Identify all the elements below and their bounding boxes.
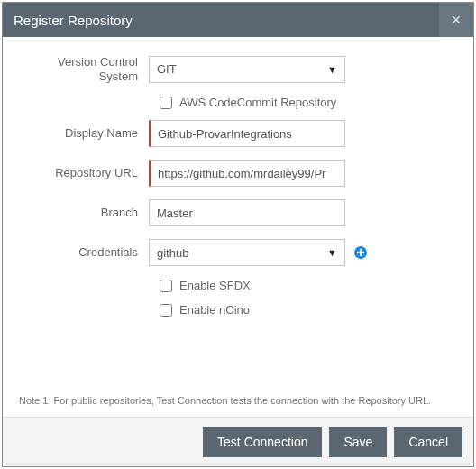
ncino-checkbox[interactable]	[160, 304, 172, 317]
note-text: Note 1: For public repositories, Test Co…	[3, 395, 473, 417]
credentials-value: github	[157, 246, 188, 260]
close-icon: ×	[452, 11, 462, 30]
dialog-footer: Test Connection Save Cancel	[3, 417, 473, 466]
branch-label: Branch	[23, 206, 149, 220]
close-button[interactable]: ×	[439, 3, 473, 37]
sfdx-label: Enable SFDX	[179, 279, 251, 292]
test-connection-button[interactable]: Test Connection	[203, 427, 322, 457]
plus-circle-icon	[353, 245, 368, 260]
branch-input[interactable]	[149, 199, 345, 226]
ncino-label: Enable nCino	[179, 303, 250, 317]
aws-checkbox[interactable]	[160, 97, 172, 109]
cancel-button[interactable]: Cancel	[394, 427, 462, 457]
vcs-select[interactable]: GIT ▼	[149, 56, 345, 83]
register-repository-dialog: Register Repository × Version Control Sy…	[2, 2, 474, 467]
svg-rect-2	[357, 252, 364, 253]
credentials-label: Credentials	[23, 245, 149, 260]
form-area: Version Control System GIT ▼ AWS CodeCom…	[3, 37, 473, 395]
aws-label: AWS CodeCommit Repository	[179, 96, 336, 109]
add-credential-button[interactable]	[352, 244, 369, 261]
chevron-down-icon: ▼	[327, 247, 337, 258]
display-name-label: Display Name	[23, 126, 149, 141]
repo-url-label: Repository URL	[23, 166, 149, 180]
repo-url-input[interactable]	[149, 160, 345, 187]
save-button[interactable]: Save	[329, 427, 387, 457]
display-name-input[interactable]	[149, 120, 345, 147]
sfdx-checkbox[interactable]	[160, 280, 172, 292]
vcs-label: Version Control System	[23, 55, 149, 83]
credentials-select[interactable]: github ▼	[149, 239, 345, 266]
dialog-title: Register Repository	[14, 13, 133, 28]
vcs-value: GIT	[157, 62, 177, 76]
chevron-down-icon: ▼	[327, 64, 337, 75]
dialog-titlebar: Register Repository ×	[3, 3, 473, 37]
